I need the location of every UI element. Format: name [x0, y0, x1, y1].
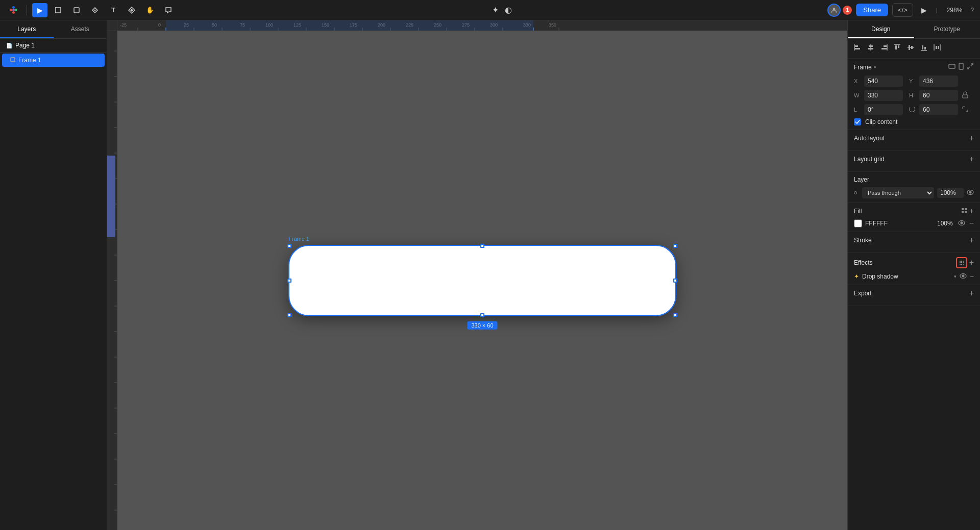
export-section-title: Export — [854, 290, 872, 297]
frame-view-horizontal[interactable] — [948, 63, 955, 71]
handle-tl[interactable] — [287, 244, 291, 248]
page-1-tab[interactable]: 📄 Page 1 — [0, 39, 107, 53]
distribute-h-btn[interactable] — [932, 42, 943, 53]
svg-point-94 — [960, 262, 961, 263]
effect-visibility-btn[interactable] — [960, 273, 967, 280]
fill-remove-btn[interactable]: − — [969, 219, 974, 228]
fill-section: Fill + FFFFFF 100% − — [848, 203, 980, 232]
frame-view-vertical[interactable] — [958, 63, 965, 71]
y-input[interactable] — [919, 75, 958, 87]
fill-add-btn[interactable]: + — [969, 207, 974, 215]
play-button[interactable]: ▶ — [917, 4, 931, 16]
auto-layout-add-btn[interactable]: + — [969, 134, 974, 142]
canvas-scroll[interactable]: Frame 1 330 × 60 — [107, 31, 847, 530]
shape-tool-button[interactable] — [69, 3, 84, 17]
effect-remove-btn[interactable]: − — [970, 272, 974, 281]
canvas-area[interactable]: -25 0 25 50 75 100 125 150 175 200 225 2… — [107, 20, 847, 530]
corner-radius-individual-btn[interactable] — [962, 106, 968, 114]
layer-item-label: Frame 1 — [18, 57, 41, 64]
l-label: L — [854, 107, 861, 113]
fill-opacity-value: 100% — [933, 220, 953, 227]
blend-mode-dot — [854, 191, 857, 194]
main-area: Layers Assets 📄 Page 1 Frame 1 — [0, 20, 980, 530]
stroke-add-btn[interactable]: + — [969, 236, 974, 244]
text-tool-button[interactable]: T — [106, 3, 121, 17]
zoom-indicator[interactable]: 298% — [943, 5, 967, 16]
h-input[interactable] — [919, 90, 958, 101]
align-bottom-btn[interactable] — [918, 42, 929, 53]
align-middle-btn[interactable] — [905, 42, 916, 53]
export-add-btn[interactable]: + — [969, 289, 974, 297]
svg-text:350: 350 — [549, 22, 556, 28]
sparkle-button[interactable]: ✦ — [490, 3, 501, 17]
frame-dropdown-arrow[interactable]: ▾ — [874, 65, 876, 70]
handle-tm[interactable] — [480, 244, 484, 248]
frame-view-expand[interactable] — [967, 63, 974, 71]
svg-point-84 — [969, 191, 971, 193]
effects-header-actions: + — [956, 257, 974, 268]
h-label: H — [909, 92, 916, 98]
svg-point-101 — [962, 275, 964, 277]
effect-name[interactable]: Drop shadow — [862, 273, 951, 280]
svg-point-95 — [961, 262, 962, 263]
l-input[interactable] — [864, 104, 903, 115]
layer-visibility-btn[interactable] — [967, 189, 974, 196]
frame-tool-button[interactable] — [51, 3, 66, 17]
effects-add-btn[interactable]: + — [969, 259, 974, 267]
clip-content-checkbox[interactable] — [854, 118, 861, 125]
fill-grid-icon-btn[interactable] — [961, 208, 967, 215]
canvas-main[interactable]: Frame 1 330 × 60 — [117, 31, 847, 530]
frame-wrapper[interactable]: Frame 1 330 × 60 — [288, 245, 676, 316]
menu-button[interactable] — [6, 3, 21, 17]
align-right-btn[interactable] — [878, 42, 890, 53]
component-tool-button[interactable] — [124, 3, 139, 17]
comment-tool-button[interactable] — [161, 3, 176, 17]
fill-color-swatch[interactable] — [854, 219, 862, 228]
assets-tab[interactable]: Assets — [54, 20, 107, 38]
effects-style-btn[interactable] — [956, 257, 967, 268]
handle-bm[interactable] — [480, 313, 484, 317]
share-button[interactable]: Share — [856, 4, 888, 16]
align-left-btn[interactable] — [852, 42, 863, 53]
w-input[interactable] — [864, 90, 903, 101]
code-button[interactable]: </> — [892, 3, 913, 17]
select-tool-button[interactable]: ▶ — [32, 3, 47, 17]
frame-box[interactable] — [288, 245, 676, 316]
svg-rect-62 — [884, 45, 887, 47]
left-edge-bar — [107, 156, 115, 237]
frame-1-layer-item[interactable]: Frame 1 — [2, 54, 105, 67]
svg-point-99 — [963, 264, 964, 265]
pen-tool-button[interactable] — [87, 3, 103, 17]
constrain-proportions-btn[interactable] — [962, 91, 968, 100]
clip-content-row: Clip content — [854, 118, 974, 125]
blend-mode-select[interactable]: Pass through Normal Multiply Screen Over… — [862, 187, 934, 198]
align-top-btn[interactable] — [892, 42, 903, 53]
fill-row: FFFFFF 100% − — [854, 219, 974, 228]
stroke-section-title: Stroke — [854, 237, 872, 244]
r-input[interactable] — [919, 104, 958, 115]
x-input[interactable] — [864, 75, 903, 87]
theme-toggle-button[interactable]: ◐ — [503, 3, 514, 17]
hand-tool-button[interactable]: ✋ — [142, 3, 158, 17]
design-tab[interactable]: Design — [848, 20, 914, 38]
opacity-input[interactable] — [937, 188, 964, 198]
handle-tr[interactable] — [673, 244, 677, 248]
user-avatar[interactable] — [827, 4, 841, 17]
frame-view-icons — [948, 63, 974, 71]
effect-dropdown-arrow[interactable]: ▾ — [954, 274, 957, 279]
layout-grid-add-btn[interactable]: + — [969, 155, 974, 163]
frame-label: Frame 1 — [288, 236, 309, 242]
layers-tab[interactable]: Layers — [0, 20, 54, 38]
handle-lm[interactable] — [287, 279, 291, 283]
svg-point-97 — [960, 264, 961, 265]
layer-blend-row: Pass through Normal Multiply Screen Over… — [854, 187, 974, 198]
handle-rm[interactable] — [673, 279, 677, 283]
handle-br[interactable] — [673, 313, 677, 317]
effects-section: Effects + ✦ Drop shadow ▾ — [848, 253, 980, 285]
handle-bl[interactable] — [287, 313, 291, 317]
fill-visibility-btn[interactable] — [958, 220, 965, 227]
prototype-tab[interactable]: Prototype — [914, 20, 981, 38]
align-center-h-btn[interactable] — [865, 42, 876, 53]
svg-rect-85 — [962, 208, 964, 210]
help-button[interactable]: ? — [970, 7, 974, 14]
